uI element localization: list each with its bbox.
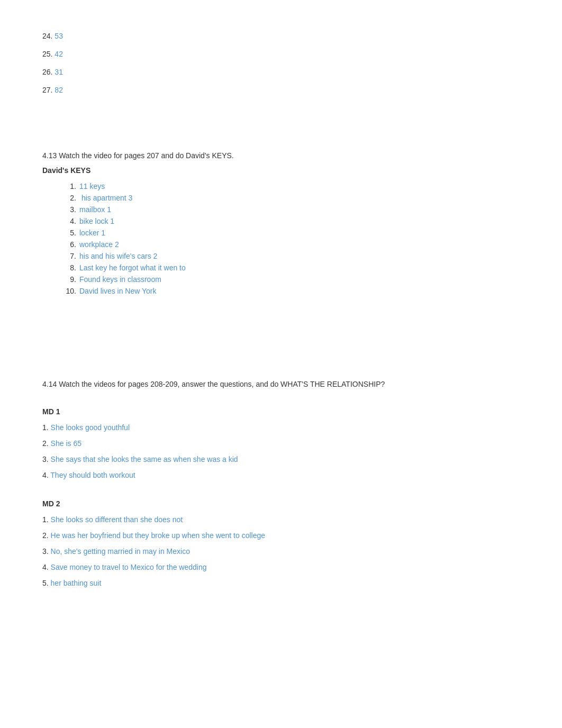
md1-list-item: 4. They should both workout xyxy=(42,471,520,479)
keys-list-item: 1.11 keys xyxy=(64,182,520,190)
top-numbered-item: 25. 42 xyxy=(42,50,520,58)
md2-list-item: 5. her bathing suit xyxy=(42,579,520,587)
md2-list: 1. She looks so different than she does … xyxy=(42,515,520,587)
top-numbered-item: 26. 31 xyxy=(42,68,520,76)
keys-list-item: 6.workplace 2 xyxy=(64,240,520,249)
md2-list-item: 4. Save money to travel to Mexico for th… xyxy=(42,563,520,571)
keys-list-item: 3.mailbox 1 xyxy=(64,205,520,214)
section-413: 4.13 Watch the video for pages 207 and d… xyxy=(42,151,520,295)
section-413-heading: 4.13 Watch the video for pages 207 and d… xyxy=(42,151,520,160)
md2-label: MD 2 xyxy=(42,499,520,508)
keys-list: 1.11 keys2. his apartment 33.mailbox 14.… xyxy=(42,182,520,295)
md2-list-item: 1. She looks so different than she does … xyxy=(42,515,520,524)
md1-list: 1. She looks good youthful2. She is 653.… xyxy=(42,423,520,479)
section-414-heading: 4.14 Watch the videos for pages 208-209,… xyxy=(42,380,520,388)
top-numbered-item: 24. 53 xyxy=(42,32,520,40)
keys-list-item: 2. his apartment 3 xyxy=(64,194,520,202)
keys-list-item: 4.bike lock 1 xyxy=(64,217,520,225)
top-numbered-item: 27. 82 xyxy=(42,86,520,94)
section-413-subheading: David's KEYS xyxy=(42,166,520,175)
keys-list-item: 8.Last key he forgot what it wen to xyxy=(64,263,520,272)
keys-list-item: 7.his and his wife's cars 2 xyxy=(64,252,520,260)
keys-list-item: 9.Found keys in classroom xyxy=(64,275,520,284)
md1-list-item: 2. She is 65 xyxy=(42,439,520,448)
keys-list-item: 10.David lives in New York xyxy=(64,287,520,295)
md1-list-item: 1. She looks good youthful xyxy=(42,423,520,432)
md1-list-item: 3. She says that she looks the same as w… xyxy=(42,455,520,463)
md1-label: MD 1 xyxy=(42,407,520,416)
md2-list-item: 2. He was her boyfriend but they broke u… xyxy=(42,531,520,540)
section-414: 4.14 Watch the videos for pages 208-209,… xyxy=(42,380,520,587)
keys-list-item: 5.locker 1 xyxy=(64,229,520,237)
md2-list-item: 3. No, she's getting married in may in M… xyxy=(42,547,520,556)
top-numbered-list: 24. 5325. 4226. 3127. 82 xyxy=(42,32,520,104)
